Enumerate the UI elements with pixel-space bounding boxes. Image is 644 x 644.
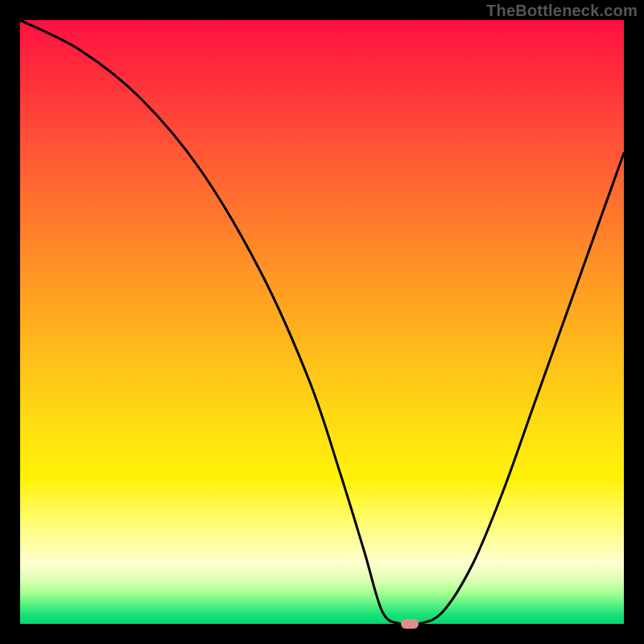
optimal-marker — [401, 619, 419, 629]
plot-area — [20, 20, 624, 624]
chart-container: TheBottleneck.com — [0, 0, 644, 644]
attribution-label: TheBottleneck.com — [486, 2, 638, 20]
bottleneck-curve — [20, 20, 624, 624]
curve-path — [20, 20, 624, 624]
